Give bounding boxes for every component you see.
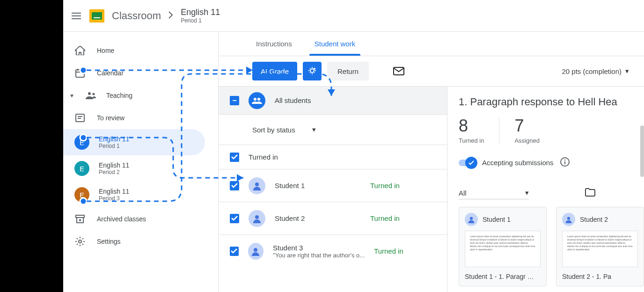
sidebar: Home Calendar ▾ Teaching To review E Eng… xyxy=(63,32,219,292)
sidebar-label: To review xyxy=(97,114,124,122)
accepting-submissions-toggle[interactable]: Accepting submissions xyxy=(459,157,644,168)
svg-rect-19 xyxy=(564,161,565,164)
student-avatar-icon xyxy=(248,243,264,260)
checkbox-checked-icon[interactable] xyxy=(230,247,239,256)
class-avatar-icon: E xyxy=(74,187,89,202)
sidebar-class-item[interactable]: E English 11 Period 2 xyxy=(63,155,205,182)
caret-down-icon: ▾ xyxy=(525,189,529,197)
sidebar-item-archived[interactable]: Archived classes xyxy=(63,208,205,230)
app-header: Classroom English 11 Period 1 xyxy=(63,0,644,32)
svg-point-20 xyxy=(470,217,473,219)
submission-card[interactable]: Student 1 Lorem ipsum dolor sit amet con… xyxy=(459,207,547,286)
class-avatar-icon: E xyxy=(74,161,89,176)
student-status: Turned in xyxy=(370,214,436,222)
filter-dropdown[interactable]: All ▾ xyxy=(459,187,529,199)
ai-grade-button[interactable]: AI Grade xyxy=(252,62,297,80)
tabs: Instructions Student work xyxy=(219,32,644,56)
class-period: Period 1 xyxy=(99,143,129,149)
breadcrumb-class-subtitle: Period 1 xyxy=(181,17,220,24)
turned-in-group-header[interactable]: Turned in xyxy=(219,145,447,169)
sidebar-item-calendar[interactable]: Calendar xyxy=(63,62,205,84)
caret-down-icon: ▾ xyxy=(625,67,629,75)
action-toolbar: AI Grade Return 20 pts (completion) ▾ xyxy=(219,56,644,87)
student-name: Student 3 xyxy=(273,244,365,252)
sidebar-class-item[interactable]: E English 11 Period 3 xyxy=(63,182,205,208)
student-row[interactable]: Student 3"You are right that the author'… xyxy=(219,234,447,267)
checkbox-checked-icon[interactable] xyxy=(230,153,239,162)
folder-icon[interactable] xyxy=(585,188,595,198)
class-name: English 11 xyxy=(99,161,129,169)
points-selector[interactable]: 20 pts (completion) ▾ xyxy=(558,67,633,75)
ai-grade-settings-button[interactable] xyxy=(303,62,322,80)
document-title: Student 2 - 1. Pa xyxy=(562,273,638,280)
student-avatar-icon xyxy=(465,213,478,226)
group-avatar-icon xyxy=(249,92,265,109)
svg-point-14 xyxy=(255,182,259,186)
tab-student-work[interactable]: Student work xyxy=(303,32,367,56)
toggle-on-icon xyxy=(465,157,477,169)
return-button[interactable]: Return xyxy=(327,62,369,80)
stat-turned-in[interactable]: 8 Turned in xyxy=(459,117,499,144)
tab-instructions[interactable]: Instructions xyxy=(245,32,303,56)
checkbox-checked-icon[interactable] xyxy=(230,181,239,190)
class-name: English 11 xyxy=(99,188,129,195)
card-student-name: Student 2 xyxy=(580,216,608,223)
sidebar-label: Archived classes xyxy=(97,215,146,223)
checkbox-checked-icon[interactable] xyxy=(230,214,239,223)
all-students-row[interactable]: − All students xyxy=(219,87,447,115)
breadcrumb-class-title: English 11 xyxy=(181,7,220,17)
calendar-icon xyxy=(74,67,86,79)
student-name: Student 1 xyxy=(275,182,361,190)
sort-dropdown[interactable]: Sort by status ▾ xyxy=(219,115,447,145)
card-student-name: Student 1 xyxy=(483,216,511,223)
sidebar-item-settings[interactable]: Settings xyxy=(63,230,205,253)
assignment-title: 1. Paragraph response to Hell Hea xyxy=(459,96,644,108)
svg-point-18 xyxy=(564,160,565,161)
student-status: Turned in xyxy=(370,182,436,190)
main-content: Instructions Student work AI Grade Retur… xyxy=(219,32,644,292)
sidebar-item-to-review[interactable]: To review xyxy=(63,107,205,129)
home-icon xyxy=(74,45,86,56)
chevron-right-icon xyxy=(168,11,173,21)
student-avatar-icon xyxy=(249,177,265,194)
student-avatar-icon xyxy=(562,213,575,226)
svg-point-13 xyxy=(257,98,260,101)
student-list-column: − All students Sort by status ▾ Turned i… xyxy=(219,87,447,292)
breadcrumb-class[interactable]: English 11 Period 1 xyxy=(181,7,220,24)
sidebar-item-home[interactable]: Home xyxy=(63,39,205,62)
sidebar-label: Home xyxy=(97,47,114,54)
class-avatar-icon: E xyxy=(74,135,89,150)
student-avatar-icon xyxy=(249,210,265,227)
submission-card[interactable]: Student 2 Lorem ipsum dolor sit amet con… xyxy=(556,207,644,286)
student-row[interactable]: Student 1 Turned in xyxy=(219,169,447,202)
sidebar-label: Settings xyxy=(97,238,121,245)
student-status: Turned in xyxy=(374,247,436,255)
svg-point-10 xyxy=(310,69,314,73)
all-students-label: All students xyxy=(275,96,311,104)
info-icon[interactable] xyxy=(560,157,570,168)
class-period: Period 3 xyxy=(99,195,129,202)
checkbox-indeterminate-icon[interactable]: − xyxy=(230,96,239,105)
svg-point-9 xyxy=(79,240,81,243)
archive-icon xyxy=(74,213,86,225)
svg-point-5 xyxy=(93,93,95,95)
student-row[interactable]: Student 2 Turned in xyxy=(219,202,447,234)
review-icon xyxy=(74,112,86,124)
gear-icon xyxy=(74,236,86,247)
document-thumbnail: Lorem ipsum dolor sit amet consectetur a… xyxy=(465,231,541,267)
sidebar-class-item[interactable]: E English 11 Period 1 xyxy=(63,129,205,155)
svg-point-15 xyxy=(255,215,259,219)
hamburger-menu-icon[interactable] xyxy=(71,10,82,22)
svg-point-4 xyxy=(88,92,91,95)
svg-point-12 xyxy=(254,98,256,101)
svg-rect-3 xyxy=(76,70,84,77)
brand-name: Classroom xyxy=(112,10,161,22)
people-icon xyxy=(86,90,97,101)
submission-preview: "You are right that the author's o... xyxy=(273,252,365,259)
svg-point-21 xyxy=(567,217,570,219)
class-name: English 11 xyxy=(99,135,129,143)
sparkle-gear-icon xyxy=(307,66,317,77)
email-icon[interactable] xyxy=(393,66,404,77)
stat-assigned[interactable]: 7 Assigned xyxy=(499,117,554,144)
sidebar-section-teaching[interactable]: ▾ Teaching xyxy=(63,84,218,107)
